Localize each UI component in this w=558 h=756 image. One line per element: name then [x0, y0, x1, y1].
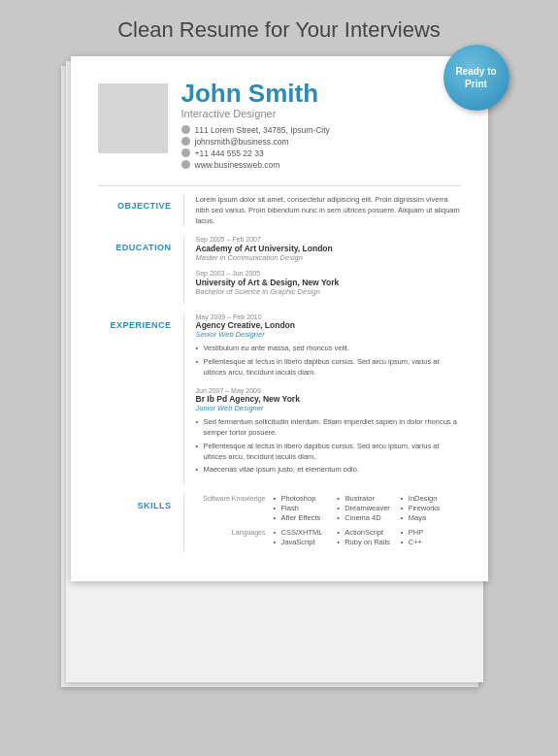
contact-email: johnsmith@business.com [181, 137, 461, 147]
skill-item: Maya [401, 513, 461, 522]
resume-header: John Smith Interactive Designer 111 Lore… [98, 80, 461, 172]
edu-degree-1: Master in Communication Design [196, 253, 461, 262]
exp-role-1: Senior Web Designer [196, 330, 461, 339]
header-divider [98, 185, 461, 186]
skill-item: PHP [401, 528, 461, 537]
edu-degree-2: Bachelor of Science in Graphic Design [196, 287, 461, 296]
exp-bullet-2-1: Sed fermentum sollicitudin interdum. Eti… [196, 416, 461, 439]
email-icon [181, 137, 190, 146]
contact-phone: +11 444 555 22 33 [181, 148, 461, 158]
page-title: Clean Resume for Your Interviews [117, 17, 441, 43]
skills-label: SKILLS [98, 494, 183, 552]
exp-company-1: Agency Creative, London [196, 320, 461, 330]
exp-bullet-1-2: Pellentesque at lectus in libero dapibus… [196, 356, 461, 378]
ready-to-print-badge[interactable]: Ready to Print [443, 45, 509, 111]
skills-software-row: Software Knowledge PhotoshopIllustratorI… [196, 494, 461, 522]
skill-item: Ruby on Rails [337, 538, 397, 546]
skill-item: CSS/XHTML [274, 528, 334, 537]
skill-item: Fireworks [401, 504, 461, 512]
candidate-title: Interactive Designer [181, 108, 461, 119]
web-icon [181, 160, 190, 169]
education-section: EDUCATION Sep 2005 – Feb 2007 Academy of… [98, 236, 461, 304]
skills-software-grid: PhotoshopIllustratorInDesignFlashDreamwe… [274, 494, 461, 522]
header-info: John Smith Interactive Designer 111 Lore… [181, 80, 461, 172]
edu-entry-2: Sep 2003 – Jun 2005 University of Art & … [196, 270, 461, 296]
contact-address: 111 Lorem Street, 34785, Ipsum-City [181, 125, 461, 135]
objective-section: OBJECTIVE Lorem ipsum dolor sit amet, co… [98, 194, 461, 227]
skill-item: JavaScript [274, 538, 334, 546]
skills-content: Software Knowledge PhotoshopIllustratorI… [183, 494, 461, 552]
edu-date-1: Sep 2005 – Feb 2007 [196, 236, 461, 243]
objective-content: Lorem ipsum dolor sit amet, consectetur … [183, 194, 461, 227]
skill-item: Dreamweaver [337, 504, 397, 512]
experience-label: EXPERIENCE [98, 313, 183, 484]
phone-icon [181, 148, 190, 157]
exp-date-1: May 2009 – Feb 2010 [196, 313, 461, 320]
edu-date-2: Sep 2003 – Jun 2005 [196, 270, 461, 277]
skill-item: C++ [401, 538, 461, 546]
experience-section: EXPERIENCE May 2009 – Feb 2010 Agency Cr… [98, 313, 461, 484]
resume-wrapper: Ready to Print John Smith Interactive De… [71, 56, 488, 581]
skill-item: Flash [274, 504, 334, 512]
skills-languages-label: Languages [196, 528, 274, 546]
edu-entry-1: Sep 2005 – Feb 2007 Academy of Art Unive… [196, 236, 461, 262]
edu-school-1: Academy of Art University, London [196, 244, 461, 253]
exp-role-2: Junior Web Designer [196, 404, 461, 412]
exp-entry-2: Jun 2007 – May 2009 Br Ib Pd Agency, New… [196, 387, 461, 475]
edu-school-2: University of Art & Design, New York [196, 278, 461, 287]
exp-company-2: Br Ib Pd Agency, New York [196, 394, 461, 404]
exp-date-2: Jun 2007 – May 2009 [196, 387, 461, 394]
skill-item: Illustrator [337, 494, 397, 503]
address-icon [181, 125, 190, 134]
skills-section: SKILLS Software Knowledge PhotoshopIllus… [98, 494, 461, 552]
objective-text: Lorem ipsum dolor sit amet, consectetur … [196, 194, 461, 227]
education-label: EDUCATION [98, 236, 183, 304]
exp-bullet-2-3: Maecenas vitae ipsum justo, et elementum… [196, 464, 461, 475]
skill-item: ActionScript [337, 528, 397, 537]
candidate-name: John Smith [181, 80, 461, 108]
skills-languages-grid: CSS/XHTMLActionScriptPHPJavaScriptRuby o… [274, 528, 461, 546]
skills-languages-row: Languages CSS/XHTMLActionScriptPHPJavaSc… [196, 528, 461, 546]
exp-bullet-1-1: Vestibulum eu ante massa, sed rhoncus ve… [196, 343, 461, 353]
resume-paper: Ready to Print John Smith Interactive De… [71, 56, 488, 581]
education-content: Sep 2005 – Feb 2007 Academy of Art Unive… [183, 236, 461, 304]
objective-label: OBJECTIVE [98, 194, 183, 227]
contact-website: www.businessweb.com [181, 160, 461, 170]
skill-item: After Effects [274, 513, 334, 522]
skill-item: Photoshop [274, 494, 334, 503]
skill-item: Cinema 4D [337, 513, 397, 522]
exp-bullet-2-2: Pellentesque at lectus in libero dapibus… [196, 441, 461, 463]
skill-item: InDesign [401, 494, 461, 503]
avatar [98, 83, 168, 153]
skills-software-label: Software Knowledge [196, 494, 274, 522]
exp-entry-1: May 2009 – Feb 2010 Agency Creative, Lon… [196, 313, 461, 378]
experience-content: May 2009 – Feb 2010 Agency Creative, Lon… [183, 313, 461, 484]
